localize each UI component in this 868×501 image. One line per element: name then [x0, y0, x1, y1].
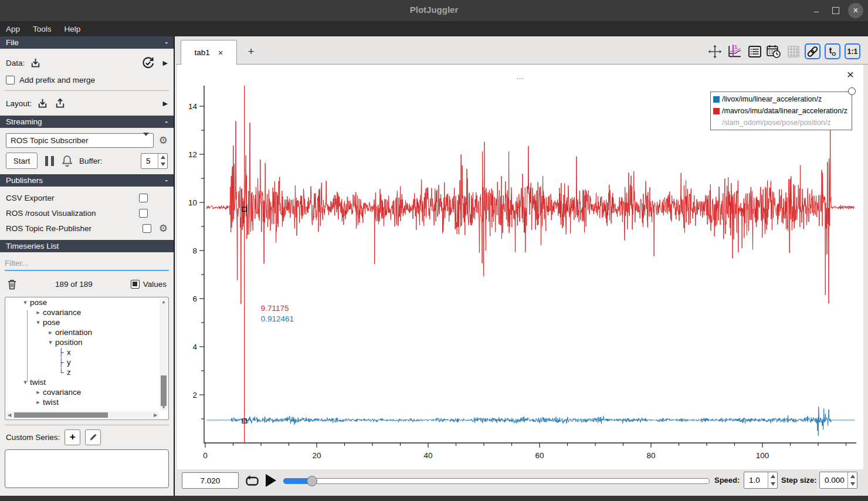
close-window-button[interactable]: × [848, 3, 863, 18]
tree-item-twist-covariance[interactable]: ▸covariance [5, 387, 168, 397]
legend-item-hidden[interactable]: /slam_odom/pose/pose/position/z [713, 117, 849, 128]
legend-item[interactable]: /livox/imu/linear_acceleration/z [713, 93, 849, 105]
layout-more-arrow[interactable]: ▶ [163, 100, 168, 107]
edit-custom-series-button[interactable] [85, 429, 101, 445]
data-more-arrow[interactable]: ▶ [163, 59, 168, 67]
fullscreen-toggle-button[interactable] [707, 43, 723, 59]
tree-item-position[interactable]: ▾position [5, 337, 168, 347]
step-down-button[interactable] [848, 480, 857, 489]
tab-tab1[interactable]: tab1 × [181, 40, 237, 65]
streaming-settings-button[interactable]: ⚙ [159, 134, 168, 146]
loop-button[interactable] [245, 475, 260, 490]
speed-spinbox[interactable] [744, 472, 778, 489]
collapse-section-icon[interactable]: - [165, 176, 168, 185]
collapse-arrow-icon[interactable]: ▸ [33, 309, 43, 316]
timeseries-tree[interactable]: ▾pose ▸covariance ▾pose ▸orientation ▾po… [5, 297, 169, 420]
collapse-arrow-icon[interactable]: ▸ [46, 329, 55, 336]
file-section-header[interactable]: File - [0, 36, 174, 49]
notifications-button[interactable] [62, 155, 73, 167]
new-tab-button[interactable]: + [244, 45, 258, 59]
tree-item-twist[interactable]: ▾twist [5, 377, 168, 387]
scroll-up-icon[interactable]: ▲ [160, 298, 168, 305]
tree-vertical-scrollbar[interactable]: ▲ ▼ [160, 298, 168, 411]
speed-input[interactable] [744, 472, 767, 488]
datetime-scale-button[interactable] [765, 43, 781, 59]
ratio-button[interactable]: 1:1 [845, 43, 860, 59]
buffer-down-button[interactable] [158, 161, 167, 168]
step-size-spinbox[interactable] [819, 472, 857, 489]
speed-down-button[interactable] [768, 480, 777, 489]
timeseries-header-label: Timeseries List [6, 242, 59, 250]
collapse-arrow-icon[interactable]: ▸ [33, 398, 43, 406]
vertical-scroll-thumb[interactable] [161, 375, 167, 406]
maximize-button[interactable] [828, 3, 843, 18]
pause-icon[interactable] [45, 156, 54, 166]
republisher-settings-button[interactable]: ⚙ [159, 222, 168, 234]
tree-item-x[interactable]: ├x [5, 347, 168, 357]
filter-input[interactable] [5, 256, 169, 270]
timeline-slider[interactable] [283, 476, 710, 486]
values-checkbox[interactable] [131, 280, 140, 289]
load-layout-button[interactable] [36, 97, 49, 110]
load-data-button[interactable] [29, 57, 42, 69]
tree-item-z[interactable]: └z [5, 367, 168, 377]
expand-arrow-icon[interactable]: ▾ [21, 378, 30, 386]
add-custom-series-button[interactable]: + [65, 429, 80, 445]
menu-tools[interactable]: Tools [33, 25, 52, 33]
step-size-input[interactable] [820, 472, 847, 488]
scroll-left-icon[interactable]: ◀ [6, 411, 13, 419]
add-prefix-checkbox[interactable] [6, 76, 15, 84]
expand-arrow-icon[interactable]: ▾ [46, 338, 55, 346]
save-layout-button[interactable] [54, 97, 66, 110]
menu-help[interactable]: Help [65, 25, 81, 33]
buffer-input[interactable] [141, 154, 157, 168]
reload-data-button[interactable] [141, 56, 155, 70]
collapse-section-icon[interactable]: - [165, 117, 168, 126]
horizontal-scroll-thumb[interactable] [14, 412, 108, 418]
tree-item-orientation[interactable]: ▸orientation [5, 327, 168, 337]
start-streaming-button[interactable]: Start [6, 153, 38, 169]
publishers-section-header[interactable]: Publishers - [0, 174, 174, 187]
expand-arrow-icon[interactable]: ▾ [21, 299, 30, 306]
play-button[interactable] [266, 474, 276, 487]
delete-series-button[interactable] [7, 279, 17, 290]
buffer-up-button[interactable] [158, 154, 167, 161]
minimize-button[interactable]: – [809, 3, 824, 18]
slider-thumb[interactable] [307, 476, 317, 486]
current-time-input[interactable] [182, 472, 239, 489]
plot-legend: /livox/imu/linear_acceleration/z /mavros… [710, 92, 852, 130]
legend-item[interactable]: /mavros/imu/data/linear_acceleration/z [713, 105, 849, 117]
legend-toggle-button[interactable] [747, 43, 762, 59]
tree-horizontal-scrollbar[interactable]: ◀ ▶ [6, 411, 159, 419]
buffer-spinbox[interactable] [141, 153, 168, 169]
topic-republisher-checkbox[interactable] [143, 224, 151, 233]
tree-item-covariance[interactable]: ▸covariance [5, 307, 168, 317]
tree-item-pose-pose[interactable]: ▾pose [5, 317, 168, 327]
tracker-style-button[interactable]: 1 [727, 43, 742, 59]
scroll-down-icon[interactable]: ▼ [160, 404, 168, 411]
upload-icon [54, 97, 66, 110]
slider-track[interactable] [283, 478, 710, 484]
tab-close-icon[interactable]: × [218, 48, 223, 57]
tree-item-pose[interactable]: ▾pose [5, 297, 168, 307]
tab-label: tab1 [194, 48, 209, 57]
rosout-visualization-checkbox[interactable] [139, 209, 148, 218]
custom-series-list[interactable] [5, 449, 169, 488]
collapse-arrow-icon[interactable]: ▸ [33, 388, 43, 396]
prefix-row: Add prefix and merge [0, 73, 174, 87]
streaming-source-select[interactable]: ROS Topic Subscriber [6, 133, 154, 148]
expand-arrow-icon[interactable]: ▾ [33, 319, 43, 326]
csv-exporter-checkbox[interactable] [139, 194, 148, 202]
step-up-button[interactable] [848, 472, 857, 480]
scroll-right-icon[interactable]: ▶ [152, 411, 159, 419]
legend-drag-handle[interactable] [848, 87, 856, 95]
tree-item-y[interactable]: ├y [5, 357, 168, 367]
menu-app[interactable]: App [6, 25, 20, 33]
tree-item-twist-twist[interactable]: ▸twist [5, 397, 168, 407]
collapse-section-icon[interactable]: - [165, 38, 168, 47]
time-offset-button[interactable]: tO [825, 43, 840, 59]
streaming-section-header[interactable]: Streaming - [0, 116, 174, 128]
link-ranges-button[interactable] [805, 43, 820, 59]
grid-layout-button[interactable] [785, 43, 801, 59]
speed-up-button[interactable] [768, 472, 777, 480]
